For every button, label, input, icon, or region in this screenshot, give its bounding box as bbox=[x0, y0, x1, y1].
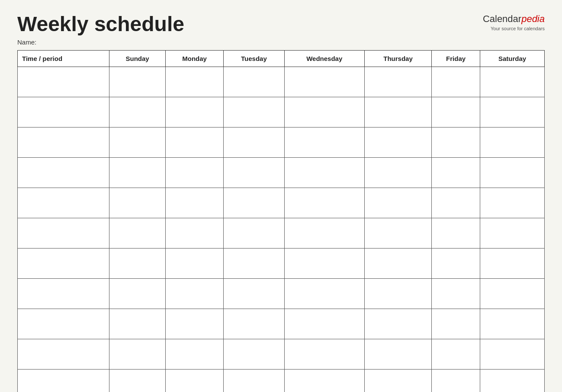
schedule-cell[interactable] bbox=[432, 218, 480, 248]
table-row[interactable] bbox=[18, 67, 545, 97]
schedule-cell[interactable] bbox=[364, 127, 431, 157]
schedule-cell[interactable] bbox=[224, 278, 284, 309]
time-period-cell[interactable] bbox=[18, 67, 109, 97]
schedule-cell[interactable] bbox=[109, 369, 166, 392]
schedule-cell[interactable] bbox=[364, 369, 431, 392]
schedule-cell[interactable] bbox=[364, 97, 431, 127]
time-period-cell[interactable] bbox=[18, 127, 109, 157]
time-period-cell[interactable] bbox=[18, 248, 109, 278]
schedule-cell[interactable] bbox=[432, 97, 480, 127]
schedule-cell[interactable] bbox=[432, 278, 480, 309]
schedule-cell[interactable] bbox=[284, 218, 364, 248]
schedule-cell[interactable] bbox=[165, 188, 223, 218]
schedule-cell[interactable] bbox=[109, 339, 166, 369]
schedule-cell[interactable] bbox=[480, 339, 545, 369]
schedule-cell[interactable] bbox=[165, 67, 223, 97]
table-row[interactable] bbox=[18, 248, 545, 278]
schedule-cell[interactable] bbox=[432, 369, 480, 392]
schedule-cell[interactable] bbox=[165, 369, 223, 392]
schedule-cell[interactable] bbox=[432, 248, 480, 278]
schedule-cell[interactable] bbox=[284, 248, 364, 278]
schedule-cell[interactable] bbox=[224, 309, 284, 339]
time-period-cell[interactable] bbox=[18, 157, 109, 188]
schedule-cell[interactable] bbox=[480, 127, 545, 157]
schedule-cell[interactable] bbox=[364, 157, 431, 188]
table-row[interactable] bbox=[18, 278, 545, 309]
schedule-cell[interactable] bbox=[224, 97, 284, 127]
schedule-cell[interactable] bbox=[165, 248, 223, 278]
schedule-cell[interactable] bbox=[165, 278, 223, 309]
table-row[interactable] bbox=[18, 369, 545, 392]
schedule-cell[interactable] bbox=[284, 97, 364, 127]
schedule-cell[interactable] bbox=[364, 309, 431, 339]
schedule-cell[interactable] bbox=[480, 218, 545, 248]
schedule-cell[interactable] bbox=[480, 188, 545, 218]
schedule-cell[interactable] bbox=[224, 339, 284, 369]
schedule-cell[interactable] bbox=[284, 127, 364, 157]
schedule-cell[interactable] bbox=[224, 67, 284, 97]
schedule-cell[interactable] bbox=[364, 278, 431, 309]
schedule-cell[interactable] bbox=[432, 67, 480, 97]
schedule-cell[interactable] bbox=[480, 67, 545, 97]
schedule-cell[interactable] bbox=[284, 157, 364, 188]
time-period-cell[interactable] bbox=[18, 278, 109, 309]
schedule-cell[interactable] bbox=[224, 248, 284, 278]
schedule-cell[interactable] bbox=[284, 278, 364, 309]
table-row[interactable] bbox=[18, 97, 545, 127]
schedule-cell[interactable] bbox=[224, 218, 284, 248]
table-row[interactable] bbox=[18, 188, 545, 218]
table-row[interactable] bbox=[18, 309, 545, 339]
time-period-cell[interactable] bbox=[18, 309, 109, 339]
schedule-cell[interactable] bbox=[480, 97, 545, 127]
time-period-cell[interactable] bbox=[18, 97, 109, 127]
schedule-cell[interactable] bbox=[284, 67, 364, 97]
schedule-cell[interactable] bbox=[165, 127, 223, 157]
schedule-cell[interactable] bbox=[109, 188, 166, 218]
col-header-wednesday: Wednesday bbox=[284, 50, 364, 67]
time-period-cell[interactable] bbox=[18, 218, 109, 248]
schedule-cell[interactable] bbox=[284, 188, 364, 218]
time-period-cell[interactable] bbox=[18, 339, 109, 369]
schedule-cell[interactable] bbox=[165, 218, 223, 248]
schedule-cell[interactable] bbox=[480, 248, 545, 278]
schedule-cell[interactable] bbox=[165, 97, 223, 127]
schedule-cell[interactable] bbox=[364, 67, 431, 97]
schedule-cell[interactable] bbox=[109, 97, 166, 127]
table-row[interactable] bbox=[18, 127, 545, 157]
schedule-cell[interactable] bbox=[224, 369, 284, 392]
schedule-cell[interactable] bbox=[284, 309, 364, 339]
schedule-cell[interactable] bbox=[165, 157, 223, 188]
schedule-cell[interactable] bbox=[109, 278, 166, 309]
schedule-cell[interactable] bbox=[284, 339, 364, 369]
table-row[interactable] bbox=[18, 218, 545, 248]
schedule-cell[interactable] bbox=[364, 218, 431, 248]
schedule-cell[interactable] bbox=[109, 157, 166, 188]
schedule-cell[interactable] bbox=[480, 278, 545, 309]
time-period-cell[interactable] bbox=[18, 369, 109, 392]
schedule-cell[interactable] bbox=[432, 309, 480, 339]
schedule-cell[interactable] bbox=[364, 248, 431, 278]
schedule-cell[interactable] bbox=[480, 369, 545, 392]
schedule-cell[interactable] bbox=[165, 339, 223, 369]
schedule-cell[interactable] bbox=[284, 369, 364, 392]
schedule-cell[interactable] bbox=[364, 188, 431, 218]
schedule-cell[interactable] bbox=[432, 157, 480, 188]
time-period-cell[interactable] bbox=[18, 188, 109, 218]
schedule-cell[interactable] bbox=[109, 127, 166, 157]
table-row[interactable] bbox=[18, 157, 545, 188]
schedule-cell[interactable] bbox=[165, 309, 223, 339]
schedule-cell[interactable] bbox=[224, 188, 284, 218]
schedule-cell[interactable] bbox=[480, 309, 545, 339]
schedule-cell[interactable] bbox=[224, 157, 284, 188]
schedule-cell[interactable] bbox=[432, 188, 480, 218]
schedule-cell[interactable] bbox=[432, 127, 480, 157]
schedule-cell[interactable] bbox=[224, 127, 284, 157]
schedule-cell[interactable] bbox=[364, 339, 431, 369]
schedule-cell[interactable] bbox=[432, 339, 480, 369]
schedule-cell[interactable] bbox=[109, 248, 166, 278]
schedule-cell[interactable] bbox=[109, 218, 166, 248]
schedule-cell[interactable] bbox=[480, 157, 545, 188]
schedule-cell[interactable] bbox=[109, 309, 166, 339]
schedule-cell[interactable] bbox=[109, 67, 166, 97]
table-row[interactable] bbox=[18, 339, 545, 369]
